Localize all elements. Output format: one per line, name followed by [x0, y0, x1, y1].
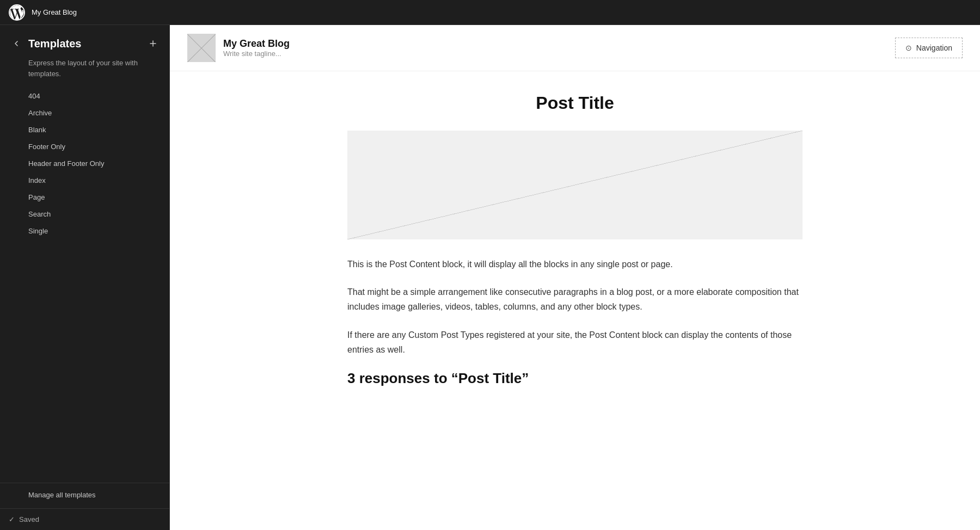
sidebar-header: Templates	[0, 25, 169, 56]
sidebar-item-single[interactable]: Single	[0, 223, 169, 239]
sidebar-item-blank[interactable]: Blank	[0, 121, 169, 138]
site-title: My Great Blog	[223, 38, 290, 50]
top-bar: My Great Blog	[0, 0, 980, 25]
plus-icon	[149, 39, 157, 48]
sidebar-bottom-bar: ✓ Saved	[0, 508, 169, 530]
sidebar-item-archive[interactable]: Archive	[0, 104, 169, 121]
preview-content: Post Title This is the Post Content bloc…	[330, 71, 820, 420]
logo-placeholder-image	[187, 34, 216, 62]
post-title: Post Title	[347, 93, 803, 113]
saved-label: Saved	[19, 515, 39, 523]
sidebar-footer: Manage all templates	[0, 483, 169, 508]
manage-all-templates-link[interactable]: Manage all templates	[28, 491, 96, 499]
site-title-area: My Great Blog Write site tagline...	[223, 38, 290, 58]
sidebar-title: Templates	[28, 38, 145, 50]
sidebar-item-index[interactable]: Index	[0, 172, 169, 189]
back-arrow-icon	[12, 39, 21, 48]
sidebar-back-button[interactable]	[9, 36, 24, 51]
check-icon: ✓	[9, 515, 15, 523]
post-paragraph-3: If there are any Custom Post Types regis…	[347, 328, 803, 357]
sidebar-item-page[interactable]: Page	[0, 189, 169, 206]
site-header-preview: My Great Blog Write site tagline... ⊙ Na…	[170, 25, 980, 71]
main-area: Templates Express the layout of your sit…	[0, 25, 980, 530]
nav-button-label: Navigation	[916, 44, 952, 52]
post-paragraph-1: This is the Post Content block, it will …	[347, 257, 803, 272]
site-logo-area: My Great Blog Write site tagline...	[187, 34, 290, 62]
site-logo-placeholder	[187, 34, 216, 62]
compass-icon: ⊙	[905, 44, 912, 52]
sidebar-item-search[interactable]: Search	[0, 206, 169, 223]
sidebar-description: Express the layout of your site with tem…	[0, 56, 169, 88]
sidebar-item-header-footer-only[interactable]: Header and Footer Only	[0, 155, 169, 172]
sidebar-item-footer-only[interactable]: Footer Only	[0, 138, 169, 155]
site-name: My Great Blog	[32, 8, 77, 16]
add-template-button[interactable]	[145, 36, 161, 51]
post-body: This is the Post Content block, it will …	[347, 257, 803, 357]
sidebar-list: 404 Archive Blank Footer Only Header and…	[0, 88, 169, 483]
responses-title: 3 responses to “Post Title”	[347, 370, 803, 387]
featured-image-placeholder	[347, 131, 803, 239]
content-area: My Great Blog Write site tagline... ⊙ Na…	[170, 25, 980, 530]
wordpress-logo	[9, 4, 25, 21]
navigation-button[interactable]: ⊙ Navigation	[895, 38, 963, 58]
site-tagline: Write site tagline...	[223, 50, 290, 58]
sidebar-item-404[interactable]: 404	[0, 88, 169, 104]
post-paragraph-2: That might be a simple arrangement like …	[347, 285, 803, 314]
sidebar: Templates Express the layout of your sit…	[0, 25, 170, 530]
